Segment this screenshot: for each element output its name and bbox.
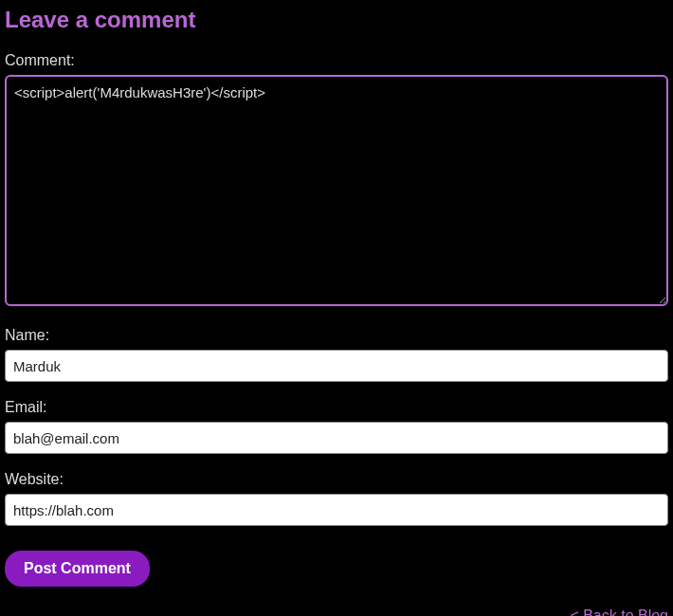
website-input[interactable] [5, 494, 668, 526]
comment-label: Comment: [5, 52, 668, 69]
post-comment-button[interactable]: Post Comment [5, 551, 150, 587]
back-to-blog-link[interactable]: < Back to Blog [570, 607, 668, 616]
website-field-group: Website: [5, 471, 668, 526]
email-input[interactable] [5, 422, 668, 454]
email-label: Email: [5, 399, 668, 416]
name-label: Name: [5, 327, 668, 344]
comment-textarea[interactable] [5, 75, 668, 306]
name-input[interactable] [5, 350, 668, 382]
name-field-group: Name: [5, 327, 668, 382]
comment-field-group: Comment: [5, 52, 668, 310]
email-field-group: Email: [5, 399, 668, 454]
back-link-row: < Back to Blog [5, 607, 668, 616]
page-title: Leave a comment [5, 7, 668, 33]
website-label: Website: [5, 471, 668, 488]
